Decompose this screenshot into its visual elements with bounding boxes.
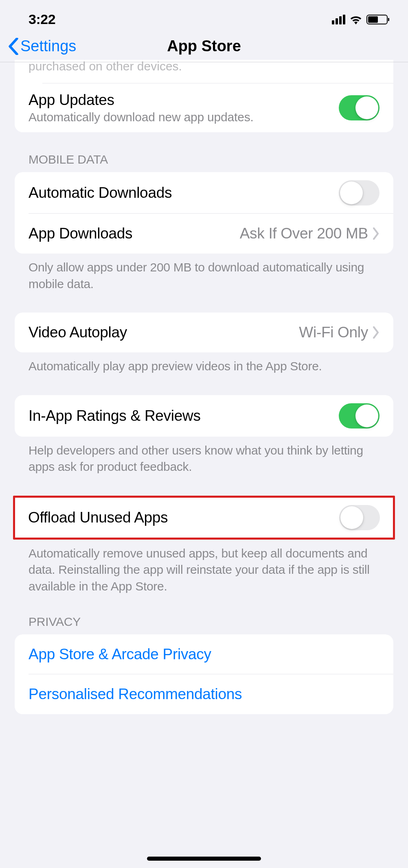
truncated-footer: purchased on other devices. bbox=[15, 60, 393, 81]
app-updates-subtitle: Automatically download new app updates. bbox=[29, 110, 339, 124]
back-label: Settings bbox=[20, 37, 76, 55]
app-downloads-title: App Downloads bbox=[29, 225, 240, 242]
chevron-right-icon bbox=[372, 227, 379, 240]
privacy-link-1: App Store & Arcade Privacy bbox=[29, 646, 211, 663]
row-personalised-recommendations[interactable]: Personalised Recommendations bbox=[15, 674, 393, 714]
highlighted-offload-section: Offload Unused Apps bbox=[13, 496, 395, 540]
privacy-link-2: Personalised Recommendations bbox=[29, 686, 242, 703]
row-app-downloads[interactable]: App Downloads Ask If Over 200 MB bbox=[15, 214, 393, 254]
ratings-toggle[interactable] bbox=[339, 403, 379, 429]
cellular-signal-icon bbox=[332, 15, 345, 24]
row-offload-unused-apps[interactable]: Offload Unused Apps bbox=[15, 498, 393, 538]
section-header-privacy: PRIVACY bbox=[0, 599, 408, 634]
video-autoplay-title: Video Autoplay bbox=[29, 324, 299, 341]
automatic-downloads-toggle[interactable] bbox=[339, 180, 379, 206]
battery-icon bbox=[366, 15, 388, 24]
automatic-downloads-title: Automatic Downloads bbox=[29, 184, 339, 201]
page-title: App Store bbox=[167, 37, 241, 55]
status-bar: 3:22 bbox=[0, 0, 408, 31]
app-downloads-value: Ask If Over 200 MB bbox=[240, 225, 368, 242]
section-mobile-data: Automatic Downloads App Downloads Ask If… bbox=[15, 172, 393, 254]
offload-title: Offload Unused Apps bbox=[28, 509, 339, 526]
video-autoplay-footer: Automatically play app preview videos in… bbox=[0, 352, 408, 379]
app-updates-toggle[interactable] bbox=[339, 95, 379, 120]
section-ratings: In-App Ratings & Reviews bbox=[15, 395, 393, 437]
video-autoplay-value: Wi-Fi Only bbox=[299, 324, 368, 341]
row-app-updates[interactable]: App Updates Automatically download new a… bbox=[15, 83, 393, 132]
wifi-icon bbox=[349, 15, 362, 24]
status-time: 3:22 bbox=[29, 11, 55, 27]
offload-footer: Automatically remove unused apps, but ke… bbox=[0, 540, 408, 599]
status-icons bbox=[332, 15, 388, 24]
row-video-autoplay[interactable]: Video Autoplay Wi-Fi Only bbox=[15, 313, 393, 352]
section-privacy: App Store & Arcade Privacy Personalised … bbox=[15, 634, 393, 714]
nav-bar: Settings App Store bbox=[0, 31, 408, 62]
offload-toggle[interactable] bbox=[339, 505, 380, 530]
ratings-title: In-App Ratings & Reviews bbox=[29, 407, 339, 424]
back-button[interactable]: Settings bbox=[8, 37, 76, 55]
app-updates-title: App Updates bbox=[29, 92, 339, 109]
ratings-footer: Help developers and other users know wha… bbox=[0, 437, 408, 479]
chevron-right-icon bbox=[372, 326, 379, 339]
section-video-autoplay: Video Autoplay Wi-Fi Only bbox=[15, 313, 393, 352]
chevron-left-icon bbox=[8, 38, 19, 55]
section-automatic-downloads-partial: purchased on other devices. App Updates … bbox=[15, 60, 393, 132]
home-indicator[interactable] bbox=[147, 857, 261, 861]
row-privacy-appstore-arcade[interactable]: App Store & Arcade Privacy bbox=[15, 634, 393, 674]
section-header-mobile-data: MOBILE DATA bbox=[0, 132, 408, 172]
row-ratings[interactable]: In-App Ratings & Reviews bbox=[15, 395, 393, 437]
mobile-data-footer: Only allow apps under 200 MB to download… bbox=[0, 254, 408, 296]
row-automatic-downloads[interactable]: Automatic Downloads bbox=[15, 172, 393, 214]
